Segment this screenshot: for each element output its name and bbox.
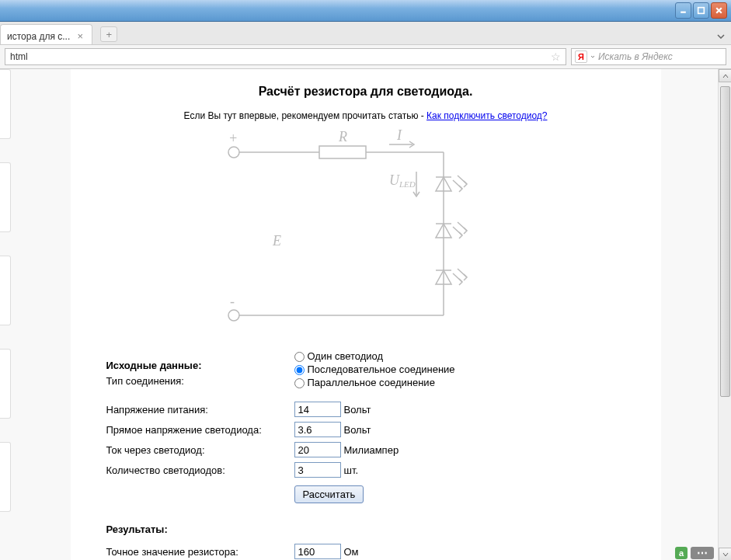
maximize-button[interactable] (693, 2, 709, 19)
page-content: Расчёт резистора для светодиода. Если Вы… (71, 69, 661, 560)
search-placeholder: Искать в Яндекс (598, 51, 673, 62)
supply-voltage-unit: Вольт (344, 404, 371, 416)
supply-voltage-label: Напряжение питания: (103, 400, 290, 419)
bookmark-star-icon[interactable]: ☆ (551, 50, 561, 63)
form-table: Исходные данные: Тип соединения: Один св… (102, 346, 630, 560)
calculate-button[interactable]: Рассчитать (294, 485, 364, 503)
intro-text: Если Вы тут впервые, рекомендуем прочита… (102, 110, 630, 121)
status-icon-green[interactable]: a (675, 547, 687, 559)
svg-text:E: E (272, 233, 281, 249)
scroll-up-icon[interactable] (719, 69, 731, 82)
intro-link[interactable]: Как подключить светодиод? (426, 110, 547, 121)
svg-text:R: R (338, 129, 347, 144)
radio-parallel[interactable]: Параллельное соединение (294, 376, 625, 389)
exact-r-output[interactable] (294, 544, 341, 559)
url-input[interactable]: html ☆ (5, 48, 566, 65)
close-button[interactable] (711, 2, 727, 19)
forward-voltage-input[interactable] (294, 422, 341, 437)
content-area: Расчёт резистора для светодиода. Если Вы… (0, 69, 731, 560)
current-input[interactable] (294, 442, 341, 457)
svg-text:ULED: ULED (389, 172, 416, 189)
connection-type-label: Тип соединения: (106, 375, 184, 387)
search-input[interactable]: Я Искать в Яндекс (571, 48, 726, 65)
radio-single[interactable]: Один светодиод (294, 350, 625, 363)
svg-text:I: I (396, 129, 402, 143)
exact-r-label: Точное значение резистора: (103, 542, 290, 560)
tab-title: истора для с... (7, 31, 70, 42)
tabs-dropdown-icon[interactable] (717, 30, 725, 41)
count-label: Количество светодиодов: (103, 461, 290, 479)
supply-voltage-input[interactable] (294, 402, 341, 417)
current-label: Ток через светодиод: (103, 440, 290, 459)
count-input[interactable] (294, 462, 341, 478)
yandex-icon: Я (575, 50, 587, 63)
address-bar: html ☆ Я Искать в Яндекс (0, 45, 731, 68)
forward-voltage-label: Прямое напряжение светодиода: (103, 420, 290, 439)
count-unit: шт. (344, 464, 359, 476)
browser-chrome: истора для с... × + html ☆ Я Искать в Ян… (0, 22, 731, 69)
svg-text:-: - (230, 294, 235, 309)
tab-bar: истора для с... × + (0, 22, 731, 45)
new-tab-button[interactable]: + (100, 26, 117, 42)
svg-point-4 (228, 147, 239, 158)
minimize-button[interactable] (675, 2, 691, 19)
svg-rect-1 (698, 8, 705, 14)
radio-series[interactable]: Последовательное соединение (294, 363, 625, 376)
connection-radio-group: Один светодиод Последовательное соединен… (294, 350, 625, 389)
scroll-thumb[interactable] (720, 86, 730, 397)
status-icon-gray[interactable]: ⋯ (691, 547, 714, 559)
section-results-title: Результаты: (106, 523, 287, 535)
search-dropdown-icon[interactable] (590, 53, 595, 61)
browser-tab[interactable]: истора для с... × (0, 24, 92, 44)
forward-voltage-unit: Вольт (344, 424, 371, 436)
url-text: html (10, 51, 551, 62)
current-unit: Милиампер (344, 444, 399, 456)
window-titlebar (0, 0, 731, 22)
scroll-down-icon[interactable] (719, 548, 731, 560)
sidebar-stubs (0, 69, 11, 560)
statusbar: a ⋯ (672, 545, 717, 560)
exact-r-unit: Ом (344, 546, 359, 558)
window-controls (675, 2, 727, 19)
tab-close-icon[interactable]: × (75, 31, 85, 42)
svg-point-19 (228, 310, 239, 321)
vertical-scrollbar[interactable] (718, 69, 731, 560)
page-title: Расчёт резистора для светодиода. (102, 85, 630, 99)
svg-text:+: + (228, 130, 238, 146)
circuit-diagram: + - R I E ULED (195, 129, 537, 331)
section-inputs-title: Исходные данные: (106, 360, 287, 371)
svg-rect-6 (319, 146, 366, 158)
